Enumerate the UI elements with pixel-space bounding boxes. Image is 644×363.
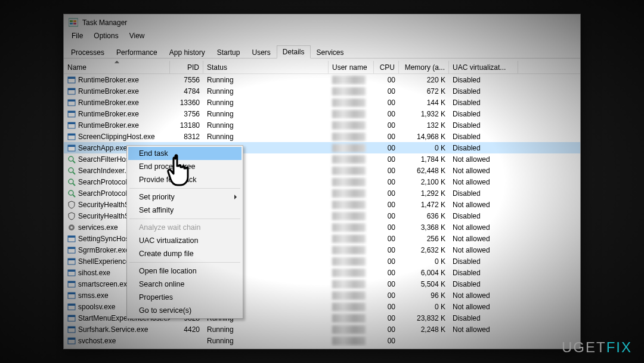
cell-cpu: 00 bbox=[374, 324, 399, 335]
process-name: RuntimeBroker.exe bbox=[78, 87, 139, 96]
cell-user bbox=[329, 335, 374, 346]
menu-file[interactable]: File bbox=[67, 31, 87, 43]
table-row[interactable]: RuntimeBroker.exe13360Running00144 KDisa… bbox=[64, 97, 580, 108]
cell-uac: Disabled bbox=[449, 256, 518, 267]
cell-memory: 62,448 K bbox=[399, 165, 449, 176]
ctx-set-affinity[interactable]: Set affinity bbox=[128, 204, 242, 217]
cell-memory: 672 K bbox=[399, 85, 449, 97]
process-icon bbox=[67, 235, 76, 243]
process-icon bbox=[67, 178, 76, 186]
cell-uac: Disabled bbox=[449, 131, 518, 142]
redacted-user bbox=[332, 110, 366, 118]
cell-memory: 2,248 K bbox=[399, 324, 449, 335]
menu-bar: File Options View bbox=[64, 31, 580, 43]
process-icon bbox=[67, 246, 76, 254]
ctx-open-file-location[interactable]: Open file location bbox=[128, 264, 242, 278]
tab-processes[interactable]: Processes bbox=[65, 46, 110, 59]
tab-performance[interactable]: Performance bbox=[110, 46, 163, 59]
header-user-name[interactable]: User name bbox=[329, 61, 374, 73]
table-row[interactable]: RuntimeBroker.exe3756Running001,932 KDis… bbox=[64, 108, 580, 119]
ctx-end-process-tree[interactable]: End process tree bbox=[128, 160, 242, 173]
cell-cpu: 00 bbox=[374, 278, 399, 290]
menu-view[interactable]: View bbox=[125, 31, 149, 43]
redacted-user bbox=[332, 189, 366, 198]
table-row[interactable]: RuntimeBroker.exe7556Running00220 KDisab… bbox=[64, 74, 580, 85]
cell-uac: Not allowed bbox=[449, 153, 518, 165]
table-row[interactable]: Surfshark.Service.exe4420Running002,248 … bbox=[64, 324, 580, 335]
cell-user bbox=[329, 312, 374, 324]
cell-cpu: 00 bbox=[374, 74, 399, 85]
redacted-user bbox=[332, 280, 366, 288]
cell-name: RuntimeBroker.exe bbox=[64, 119, 170, 131]
process-icon bbox=[67, 303, 76, 311]
cell-memory: 636 K bbox=[399, 210, 449, 222]
cell-status: Running bbox=[203, 119, 329, 131]
process-icon bbox=[67, 133, 76, 141]
process-icon bbox=[67, 269, 76, 277]
table-row[interactable]: RuntimeBroker.exe4784Running00672 KDisab… bbox=[64, 85, 580, 97]
cell-uac: Not allowed bbox=[449, 199, 518, 210]
header-uac[interactable]: UAC virtualizat... bbox=[449, 61, 518, 73]
cell-pid: 3756 bbox=[170, 108, 203, 119]
process-icon bbox=[67, 280, 76, 288]
table-row[interactable]: ScreenClippingHost.exe8312Running0014,96… bbox=[64, 131, 580, 142]
cell-user bbox=[329, 233, 374, 244]
cell-memory: 256 K bbox=[399, 233, 449, 244]
cell-name: ScreenClippingHost.exe bbox=[64, 131, 170, 142]
app-icon bbox=[69, 18, 78, 27]
process-icon bbox=[67, 121, 76, 130]
cell-pid: 7556 bbox=[170, 74, 203, 85]
cell-memory: 0 K bbox=[399, 301, 449, 312]
tab-services[interactable]: Services bbox=[311, 46, 350, 59]
ctx-set-priority[interactable]: Set priority bbox=[128, 190, 242, 204]
redacted-user bbox=[332, 87, 366, 96]
ctx-end-task[interactable]: End task bbox=[128, 147, 242, 160]
tab-users[interactable]: Users bbox=[246, 46, 276, 59]
process-name: SgrmBroker.exe bbox=[78, 246, 129, 254]
ctx-search-online[interactable]: Search online bbox=[128, 278, 242, 291]
cell-cpu: 00 bbox=[374, 335, 399, 346]
ctx-uac-virtualization[interactable]: UAC virtualization bbox=[128, 234, 242, 247]
cell-memory: 23,832 K bbox=[399, 312, 449, 324]
cell-user bbox=[329, 187, 374, 199]
process-name: services.exe bbox=[78, 223, 118, 232]
cell-cpu: 00 bbox=[374, 97, 399, 108]
cell-uac: Not allowed bbox=[449, 222, 518, 233]
redacted-user bbox=[332, 212, 366, 220]
window-title: Task Manager bbox=[82, 19, 127, 27]
cell-user bbox=[329, 256, 374, 267]
cell-user bbox=[329, 165, 374, 176]
header-name[interactable]: Name bbox=[64, 61, 170, 73]
redacted-user bbox=[332, 337, 366, 345]
menu-options[interactable]: Options bbox=[89, 31, 122, 43]
cell-cpu: 00 bbox=[374, 233, 399, 244]
cell-uac: Disabled bbox=[449, 142, 518, 153]
redacted-user bbox=[332, 144, 366, 152]
process-name: RuntimeBroker.exe bbox=[78, 76, 139, 84]
header-pid[interactable]: PID bbox=[170, 61, 203, 73]
ctx-provide-feedback[interactable]: Provide feedback bbox=[128, 173, 242, 186]
redacted-user bbox=[332, 314, 366, 322]
redacted-user bbox=[332, 155, 366, 164]
header-cpu[interactable]: CPU bbox=[374, 61, 399, 73]
ctx-create-dump-file[interactable]: Create dump file bbox=[128, 247, 242, 260]
redacted-user bbox=[332, 291, 366, 300]
header-memory[interactable]: Memory (a... bbox=[399, 61, 449, 73]
process-icon bbox=[67, 76, 76, 84]
cell-memory: 2,100 K bbox=[399, 176, 449, 187]
cell-cpu: 00 bbox=[374, 290, 399, 301]
cell-pid: 13360 bbox=[170, 97, 203, 108]
header-status[interactable]: Status bbox=[203, 61, 329, 73]
tab-startup[interactable]: Startup bbox=[211, 46, 246, 59]
process-icon bbox=[67, 155, 76, 164]
watermark: UGETFIX bbox=[562, 339, 632, 356]
context-menu: End task End process tree Provide feedba… bbox=[126, 145, 243, 319]
ctx-properties[interactable]: Properties bbox=[128, 291, 242, 304]
title-bar[interactable]: Task Manager bbox=[64, 14, 580, 31]
table-row[interactable]: svchost.exeRunning00 bbox=[64, 335, 580, 346]
tab-details[interactable]: Details bbox=[277, 45, 311, 59]
cell-uac: Disabled bbox=[449, 108, 518, 119]
table-row[interactable]: RuntimeBroker.exe13180Running00132 KDisa… bbox=[64, 119, 580, 131]
tab-app-history[interactable]: App history bbox=[163, 46, 211, 59]
ctx-go-to-services[interactable]: Go to service(s) bbox=[128, 304, 242, 317]
